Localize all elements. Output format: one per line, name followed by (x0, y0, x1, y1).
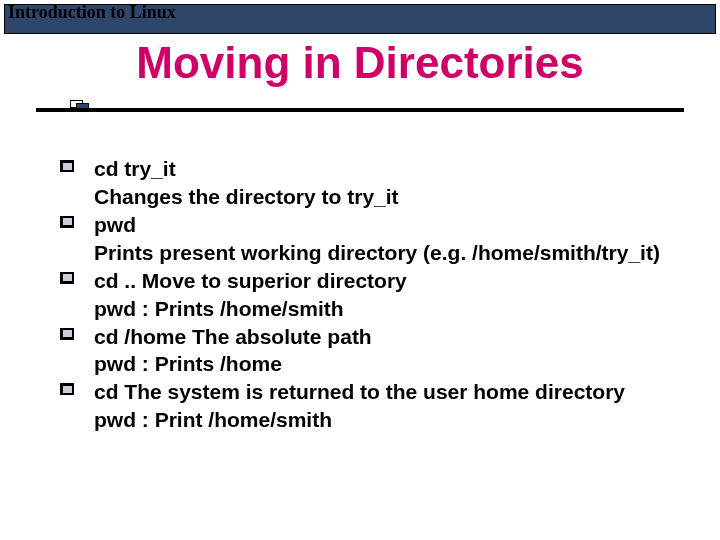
item-description: Prints present working directory (e.g. /… (94, 239, 670, 267)
item-command: cd /home The absolute path (94, 323, 670, 351)
bullet-icon (60, 328, 74, 340)
item-command: cd try_it (94, 155, 670, 183)
body-content: cd try_it Changes the directory to try_i… (60, 155, 670, 434)
bullet-icon (60, 216, 74, 228)
list-item: cd .. Move to superior directory pwd : P… (60, 267, 670, 323)
slide-title: Moving in Directories (0, 38, 720, 88)
item-description: pwd : Print /home/smith (94, 406, 670, 434)
header-title: Introduction to Linux (8, 2, 176, 23)
list-item: cd The system is returned to the user ho… (60, 378, 670, 434)
list-item: cd /home The absolute path pwd : Prints … (60, 323, 670, 379)
bullet-icon (60, 160, 74, 172)
item-description: pwd : Prints /home/smith (94, 295, 670, 323)
list-item: pwd Prints present working directory (e.… (60, 211, 670, 267)
list-item: cd try_it Changes the directory to try_i… (60, 155, 670, 211)
item-command: cd The system is returned to the user ho… (94, 378, 670, 406)
bullet-icon (60, 272, 74, 284)
item-description: Changes the directory to try_it (94, 183, 670, 211)
slide: Introduction to Linux Moving in Director… (0, 0, 720, 540)
item-description: pwd : Prints /home (94, 350, 670, 378)
item-command: pwd (94, 211, 670, 239)
item-command: cd .. Move to superior directory (94, 267, 670, 295)
title-rule (36, 108, 684, 112)
bullet-icon (60, 383, 74, 395)
